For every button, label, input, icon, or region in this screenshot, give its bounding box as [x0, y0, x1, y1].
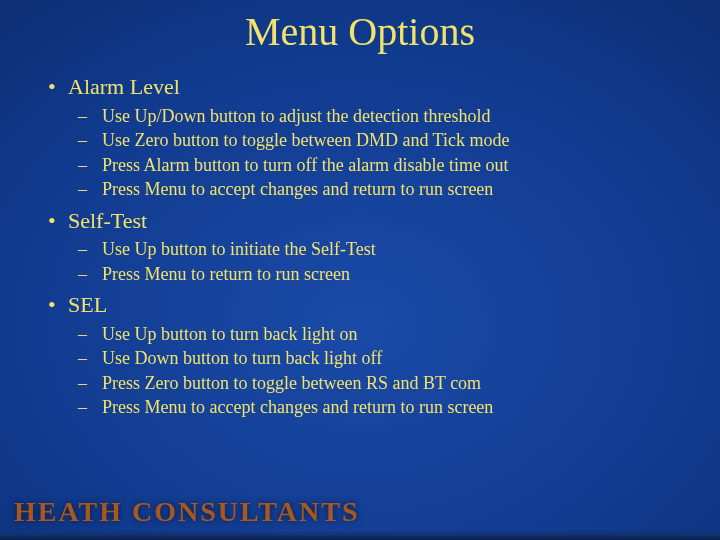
footer-logo: HEATH CONSULTANTS	[14, 496, 359, 528]
list-item: Use Up button to initiate the Self-Test	[74, 238, 672, 261]
section-heading-sel: SEL	[48, 291, 672, 319]
item-text: Press Alarm button to turn off the alarm…	[102, 155, 509, 175]
item-text: Press Zero button to toggle between RS a…	[102, 373, 481, 393]
slide-title: Menu Options	[0, 0, 720, 55]
item-text: Press Menu to return to run screen	[102, 264, 350, 284]
item-text: Use Down button to turn back light off	[102, 348, 382, 368]
section-heading-text: SEL	[68, 292, 107, 317]
list-item: Use Up/Down button to adjust the detecti…	[74, 105, 672, 128]
item-text: Use Up button to initiate the Self-Test	[102, 239, 376, 259]
section-heading-self-test: Self-Test	[48, 207, 672, 235]
list-item: Press Menu to accept changes and return …	[74, 396, 672, 419]
item-text: Use Up button to turn back light on	[102, 324, 357, 344]
section-items-self-test: Use Up button to initiate the Self-Test …	[74, 238, 672, 285]
item-text: Press Menu to accept changes and return …	[102, 397, 493, 417]
section-items-alarm-level: Use Up/Down button to adjust the detecti…	[74, 105, 672, 201]
item-text: Use Up/Down button to adjust the detecti…	[102, 106, 490, 126]
section-heading-text: Self-Test	[68, 208, 147, 233]
slide: Menu Options Alarm Level Use Up/Down but…	[0, 0, 720, 540]
item-text: Press Menu to accept changes and return …	[102, 179, 493, 199]
list-item: Use Up button to turn back light on	[74, 323, 672, 346]
section-heading-alarm-level: Alarm Level	[48, 73, 672, 101]
footer-bar	[0, 530, 720, 540]
list-item: Use Zero button to toggle between DMD an…	[74, 129, 672, 152]
item-text: Use Zero button to toggle between DMD an…	[102, 130, 509, 150]
list-item: Press Alarm button to turn off the alarm…	[74, 154, 672, 177]
slide-content: Alarm Level Use Up/Down button to adjust…	[0, 73, 720, 419]
list-item: Press Menu to accept changes and return …	[74, 178, 672, 201]
list-item: Use Down button to turn back light off	[74, 347, 672, 370]
section-heading-text: Alarm Level	[68, 74, 180, 99]
list-item: Press Menu to return to run screen	[74, 263, 672, 286]
section-items-sel: Use Up button to turn back light on Use …	[74, 323, 672, 419]
list-item: Press Zero button to toggle between RS a…	[74, 372, 672, 395]
